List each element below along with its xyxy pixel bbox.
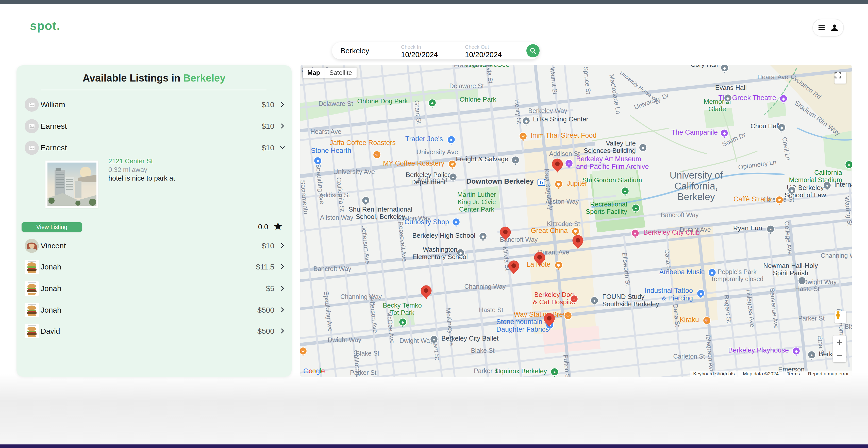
- listing-row[interactable]: Jonah$11.5: [25, 260, 286, 274]
- chevron-right-icon[interactable]: [279, 327, 286, 335]
- app-logo[interactable]: spot.: [30, 19, 60, 33]
- map-label: Dwight Way: [328, 336, 362, 344]
- svg-text:Ψ: Ψ: [451, 162, 454, 166]
- listing-row[interactable]: Earnest$10: [25, 141, 286, 155]
- avatar: [25, 141, 39, 155]
- svg-text:◆: ◆: [459, 251, 462, 255]
- map-label: Parker St: [798, 315, 825, 322]
- svg-text:◆: ◆: [790, 188, 794, 192]
- listing-name: Vincent: [41, 241, 66, 250]
- listing-row[interactable]: Earnest$10: [25, 119, 286, 133]
- magnifier-icon: [529, 47, 536, 54]
- listing-name: Earnest: [41, 144, 67, 152]
- listing-price: $10: [262, 122, 274, 130]
- panel-title: Available Listings in Berkeley: [17, 72, 291, 84]
- listing-row[interactable]: Jonah$5: [25, 281, 286, 296]
- map-label: Stu Gordon Stadium: [582, 176, 642, 184]
- chevron-right-icon[interactable]: [279, 306, 286, 315]
- map-label: Amoeba Music: [659, 268, 705, 276]
- listing-price: $10: [262, 100, 274, 109]
- map-label: Berkeley Art Museumand Pacific Film Arch…: [576, 155, 649, 171]
- map-label: Dwight Way: [803, 278, 837, 286]
- svg-text:◆: ◆: [481, 234, 485, 238]
- keyboard-shortcuts-link[interactable]: Keyboard shortcuts: [693, 371, 735, 377]
- map-label: University Ave: [333, 168, 375, 176]
- fullscreen-button[interactable]: [835, 72, 846, 84]
- map-label: Jupiter: [567, 180, 587, 187]
- svg-text:●: ●: [433, 337, 435, 341]
- svg-text:●: ●: [826, 183, 828, 188]
- map-label: Cory Hall: [691, 65, 718, 68]
- report-error-link[interactable]: Report a map error: [808, 371, 849, 377]
- listing-row[interactable]: Jonah$500: [25, 303, 286, 317]
- chevron-right-icon[interactable]: [279, 101, 286, 109]
- svg-text:■: ■: [455, 220, 457, 224]
- person-icon[interactable]: [831, 24, 839, 32]
- listing-name: Jonah: [41, 306, 61, 315]
- berkeley-map[interactable]: ancisco StFrancisco StDelaware StDelawar…: [300, 65, 852, 377]
- avatar: [25, 324, 39, 338]
- account-menu[interactable]: [812, 19, 844, 36]
- svg-text:●: ●: [624, 189, 626, 193]
- listing-row[interactable]: David$500: [25, 324, 286, 338]
- star-icon[interactable]: ★: [273, 220, 283, 233]
- listing-price: $10: [262, 144, 274, 152]
- map-label: Allston Way: [320, 214, 353, 221]
- check-out-input[interactable]: 10/20/2024: [465, 51, 518, 59]
- svg-text:Ψ: Ψ: [557, 263, 560, 267]
- map-label: Stone Hearth: [311, 147, 351, 154]
- map-label: Dwight Way: [400, 337, 433, 344]
- chevron-down-icon[interactable]: [279, 144, 286, 152]
- search-button[interactable]: [526, 44, 539, 57]
- title-divider: [41, 90, 267, 90]
- map-poi-downtown-berkeley-bart[interactable]: b: [538, 179, 545, 186]
- listing-address[interactable]: 2121 Center St: [108, 157, 153, 165]
- chevron-right-icon[interactable]: [279, 263, 286, 271]
- svg-text:b: b: [540, 180, 543, 185]
- view-listing-button[interactable]: View Listing: [22, 222, 82, 232]
- map-label: Kittredge St: [547, 220, 580, 227]
- map-label: Martin LutherKing Jr. CivicCenter Park: [457, 191, 496, 213]
- listing-row[interactable]: William$10: [25, 97, 286, 112]
- check-in-input[interactable]: 10/20/2024: [401, 51, 454, 59]
- map-label: Ohlone Dog Park: [358, 97, 408, 105]
- map-label: Bancroft Way: [661, 211, 699, 218]
- svg-text:■: ■: [700, 291, 702, 296]
- listing-row[interactable]: Vincent$10: [25, 239, 286, 253]
- svg-text:■: ■: [711, 270, 713, 275]
- map-label: Downtown Berkeley: [466, 177, 534, 185]
- location-input[interactable]: Berkeley: [341, 47, 369, 55]
- map-button[interactable]: Map: [303, 67, 324, 78]
- map-label: Berkeley Playhouse: [728, 347, 789, 354]
- terms-link[interactable]: Terms: [787, 371, 800, 377]
- map-label: Jaffa Coffee Roasters: [330, 139, 396, 147]
- listing-name: Jonah: [41, 284, 61, 293]
- zoom-out-button[interactable]: −: [833, 349, 846, 363]
- map-container[interactable]: ancisco StFrancisco StDelaware StDelawar…: [300, 65, 852, 377]
- svg-text:♣: ♣: [402, 320, 404, 324]
- avatar: [25, 281, 39, 296]
- zoom-in-button[interactable]: +: [833, 335, 846, 349]
- map-attribution: Keyboard shortcuts Map data ©2024 Terms …: [690, 370, 852, 377]
- google-logo[interactable]: Google: [303, 367, 324, 375]
- map-label: Chou Hall: [750, 122, 779, 130]
- hamburger-icon[interactable]: [818, 24, 825, 31]
- listing-photo[interactable]: [45, 160, 98, 208]
- map-label: Channing Way: [464, 283, 506, 290]
- svg-text:†: †: [801, 278, 803, 283]
- satellite-button[interactable]: Satellite: [324, 67, 356, 78]
- map-label: University ofCalifornia,Berkeley: [670, 170, 722, 202]
- listings-panel: Available Listings in Berkeley William$1…: [17, 65, 291, 377]
- pegman-icon: [835, 311, 842, 320]
- svg-text:●: ●: [593, 298, 595, 303]
- chevron-right-icon[interactable]: [279, 285, 286, 293]
- svg-text:■: ■: [634, 231, 636, 235]
- pegman-control[interactable]: [835, 311, 846, 323]
- chevron-right-icon[interactable]: [279, 122, 286, 130]
- map-label: Berkeley Dog& Cat Hospital: [533, 291, 575, 306]
- svg-text:Ψ: Ψ: [557, 182, 560, 186]
- listing-name: William: [41, 100, 65, 109]
- chevron-right-icon[interactable]: [279, 242, 286, 250]
- map-label: Virginia-McGee: [464, 65, 509, 68]
- map-label: Kiraku: [679, 316, 699, 324]
